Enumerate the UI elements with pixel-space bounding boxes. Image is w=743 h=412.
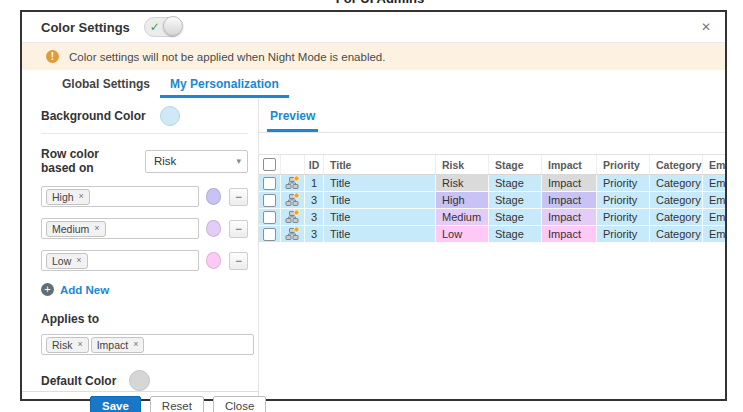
preview-tab-bar: Preview [259,98,725,133]
cell-risk: Medium [436,209,489,226]
close-icon[interactable]: ✕ [699,19,713,35]
reset-button[interactable]: Reset [150,396,204,412]
cell-stage: Stage [489,175,542,192]
cell-title: Title [324,209,436,226]
dialog-title: Color Settings [41,20,130,35]
grid-header-emergency[interactable]: Emerg [703,155,725,174]
cell-stage: Stage [489,209,542,226]
applies-to-input[interactable]: Risk × Impact × [41,334,254,355]
tab-global-settings[interactable]: Global Settings [52,71,160,98]
cell-impact: Impact [542,226,597,243]
page-caption-clipped: For UI Admins [20,0,740,6]
background-color-swatch[interactable] [160,106,180,126]
row-checkbox[interactable] [263,194,276,207]
hierarchy-clock-icon [285,210,300,224]
cell-priority: Priority [597,209,650,226]
cell-title: Title [324,192,436,209]
settings-tabs: Global Settings My Personalization [22,70,725,98]
select-all-checkbox[interactable] [263,158,276,171]
cell-risk: Risk [436,175,489,192]
item-type-cell [281,226,305,243]
chip-remove-icon[interactable]: × [94,224,99,233]
hierarchy-clock-icon [285,176,300,190]
chip-label: Low [52,255,71,267]
dialog-footer: Save Reset Close [22,391,258,412]
tab-preview[interactable]: Preview [267,109,318,132]
close-button[interactable]: Close [213,396,266,412]
grid-header-row: ID Title Risk Stage Impact Priority Cate… [259,154,725,175]
value-chip[interactable]: Medium × [46,221,106,237]
grid-header-title[interactable]: Title [324,155,436,174]
rule-color-swatch-medium[interactable] [206,220,221,237]
grid-header-stage[interactable]: Stage [489,155,542,174]
color-rule-row-high: High × − [41,186,248,207]
cell-category: Category [650,209,703,226]
cell-risk: High [436,192,489,209]
background-color-row: Background Color [41,106,248,126]
cell-category: Category [650,175,703,192]
hierarchy-clock-icon [285,227,300,241]
row-color-based-on-row: Row color based on Risk ▾ [41,147,248,175]
table-row: 3 Title Medium Stage Impact Priority Cat… [259,209,725,226]
applies-to-chip-impact[interactable]: Impact × [91,337,145,353]
row-checkbox[interactable] [263,228,276,241]
cell-emergency: Emerg [703,226,725,243]
chip-remove-icon[interactable]: × [133,340,138,349]
remove-rule-button[interactable]: − [229,188,248,206]
chip-remove-icon[interactable]: × [77,340,82,349]
plus-icon: + [41,283,54,296]
cell-emergency: Emerg [703,192,725,209]
rule-value-input-high[interactable]: High × [41,186,199,207]
grid-header-category[interactable]: Category [650,155,703,174]
applies-to-chip-risk[interactable]: Risk × [46,337,89,353]
rule-value-input-medium[interactable]: Medium × [41,218,199,239]
grid-header-impact[interactable]: Impact [542,155,597,174]
save-button[interactable]: Save [90,396,141,412]
grid-header-priority[interactable]: Priority [597,155,650,174]
color-rule-row-medium: Medium × − [41,218,248,239]
dropdown-selected-value: Risk [154,155,237,167]
default-color-swatch[interactable] [129,370,150,391]
rule-value-input-low[interactable]: Low × [41,250,199,271]
toggle-knob[interactable] [163,16,183,36]
rule-color-swatch-high[interactable] [206,188,221,205]
item-type-cell [281,192,305,209]
rule-color-swatch-low[interactable] [206,252,221,269]
row-checkbox[interactable] [263,177,276,190]
grid-header-id[interactable]: ID [305,155,324,174]
toggle-check-icon: ✓ [150,21,160,33]
cell-id: 3 [305,209,324,226]
preview-panel: Preview ID Title Risk Stage Impact Prior… [259,98,725,399]
remove-rule-button[interactable]: − [229,252,248,270]
chip-label: Medium [52,223,89,235]
cell-impact: Impact [542,175,597,192]
chip-remove-icon[interactable]: × [76,256,81,265]
background-color-label: Background Color [41,109,146,123]
cell-risk: Low [436,226,489,243]
add-new-button[interactable]: + Add New [41,283,248,296]
cell-priority: Priority [597,226,650,243]
cell-id: 3 [305,192,324,209]
chip-remove-icon[interactable]: × [79,192,84,201]
color-settings-toggle[interactable]: ✓ [144,17,182,37]
value-chip[interactable]: Low × [46,253,88,269]
cell-emergency: Emerg [703,175,725,192]
grid-header-icon-col [281,155,305,174]
row-checkbox[interactable] [263,211,276,224]
tab-my-personalization[interactable]: My Personalization [160,71,289,98]
chip-label: Impact [97,339,129,351]
dialog-body: Background Color Row color based on Risk… [22,98,725,399]
cell-id: 3 [305,226,324,243]
remove-rule-button[interactable]: − [229,220,248,238]
color-settings-dialog: Color Settings ✓ ✕ ! Color settings will… [20,10,727,401]
value-chip[interactable]: High × [46,189,90,205]
cell-title: Title [324,175,436,192]
warning-text: Color settings will not be applied when … [69,51,385,63]
grid-header-risk[interactable]: Risk [436,155,489,174]
settings-panel-content: Background Color Row color based on Risk… [22,98,258,391]
cell-category: Category [650,226,703,243]
table-row: 3 Title Low Stage Impact Priority Catego… [259,226,725,243]
row-color-field-dropdown[interactable]: Risk ▾ [145,150,248,173]
cell-priority: Priority [597,192,650,209]
cell-impact: Impact [542,192,597,209]
